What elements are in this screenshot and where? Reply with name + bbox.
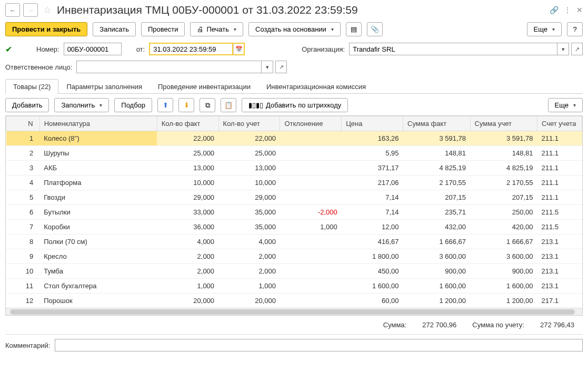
col-qty-acc[interactable]: Кол-во учет bbox=[218, 116, 280, 131]
cell-nomenclature[interactable]: АКБ bbox=[39, 161, 157, 175]
responsible-dropdown-button[interactable]: ▾ bbox=[262, 61, 273, 73]
table-row[interactable]: 6Бутылки33,00035,000-2,0007,14235,71250,… bbox=[6, 205, 582, 220]
cell-price[interactable]: 5,95 bbox=[342, 146, 403, 161]
cell-sum-fact[interactable]: 1 600,00 bbox=[403, 279, 470, 294]
cell-account[interactable]: 211.5 bbox=[537, 220, 582, 235]
cell-qty-acc[interactable]: 29,000 bbox=[218, 190, 280, 205]
cell-deviation[interactable] bbox=[280, 175, 342, 190]
cell-sum-acc[interactable]: 3 600,00 bbox=[470, 249, 537, 264]
cell-price[interactable]: 1 600,00 bbox=[342, 279, 403, 294]
cell-sum-acc[interactable]: 1 666,67 bbox=[470, 235, 537, 249]
pick-button[interactable]: Подбор bbox=[114, 98, 152, 112]
table-row[interactable]: 9Кресло2,0002,0001 800,003 600,003 600,0… bbox=[6, 249, 582, 264]
cell-deviation[interactable] bbox=[280, 264, 342, 279]
cell-deviation[interactable] bbox=[280, 294, 342, 308]
cell-deviation[interactable]: 1,000 bbox=[280, 220, 342, 235]
cell-sum-fact[interactable]: 900,00 bbox=[403, 264, 470, 279]
table-row[interactable]: 2Шурупы25,00025,0005,95148,81148,81211.1 bbox=[6, 146, 582, 161]
cell-n[interactable]: 7 bbox=[6, 220, 40, 235]
cell-n[interactable]: 12 bbox=[6, 294, 40, 308]
post-and-close-button[interactable]: Провести и закрыть bbox=[5, 22, 87, 36]
cell-account[interactable]: 211.1 bbox=[537, 190, 582, 205]
table-row[interactable]: 5Гвозди29,00029,0007,14207,15207,15211.1 bbox=[6, 190, 582, 205]
cell-qty-acc[interactable]: 2,000 bbox=[218, 264, 280, 279]
cell-sum-acc[interactable]: 900,00 bbox=[470, 264, 537, 279]
cell-n[interactable]: 8 bbox=[6, 235, 40, 249]
attach-button[interactable]: 📎 bbox=[367, 22, 383, 36]
cell-qty-fact[interactable]: 33,000 bbox=[157, 205, 218, 220]
cell-deviation[interactable] bbox=[280, 249, 342, 264]
col-price[interactable]: Цена bbox=[342, 116, 403, 131]
cell-account[interactable]: 211.1 bbox=[537, 175, 582, 190]
cell-qty-fact[interactable]: 22,000 bbox=[157, 131, 218, 146]
cell-qty-acc[interactable]: 20,000 bbox=[218, 294, 280, 308]
cell-price[interactable]: 7,14 bbox=[342, 190, 403, 205]
favorite-star-icon[interactable]: ☆ bbox=[43, 4, 52, 16]
col-account[interactable]: Счет учета bbox=[537, 116, 582, 131]
cell-qty-acc[interactable]: 35,000 bbox=[218, 205, 280, 220]
move-down-button[interactable]: ⬇ bbox=[178, 98, 194, 112]
cell-sum-fact[interactable]: 2 170,55 bbox=[403, 175, 470, 190]
cell-price[interactable]: 60,00 bbox=[342, 294, 403, 308]
table-row[interactable]: 8Полки (70 см)4,0004,000416,671 666,671 … bbox=[6, 235, 582, 249]
cell-account[interactable]: 217.1 bbox=[537, 294, 582, 308]
cell-deviation[interactable] bbox=[280, 131, 342, 146]
cell-sum-acc[interactable]: 420,00 bbox=[470, 220, 537, 235]
add-row-button[interactable]: Добавить bbox=[5, 98, 49, 112]
cell-qty-fact[interactable]: 2,000 bbox=[157, 249, 218, 264]
cell-n[interactable]: 5 bbox=[6, 190, 40, 205]
paste-button[interactable]: 📋 bbox=[221, 98, 236, 112]
cell-account[interactable]: 211.1 bbox=[537, 146, 582, 161]
table-row[interactable]: 7Коробки36,00035,0001,00012,00432,00420,… bbox=[6, 220, 582, 235]
cell-nomenclature[interactable]: Кресло bbox=[39, 249, 157, 264]
org-dropdown-button[interactable]: ▾ bbox=[557, 43, 569, 55]
table-more-button[interactable]: Еще bbox=[548, 98, 583, 112]
cell-qty-fact[interactable]: 10,000 bbox=[157, 175, 218, 190]
cell-sum-fact[interactable]: 148,81 bbox=[403, 146, 470, 161]
cell-account[interactable]: 211.5 bbox=[537, 205, 582, 220]
cell-qty-fact[interactable]: 1,000 bbox=[157, 279, 218, 294]
cell-sum-fact[interactable]: 432,00 bbox=[403, 220, 470, 235]
tab-fill-params[interactable]: Параметры заполнения bbox=[58, 79, 150, 94]
fill-button[interactable]: Заполнить bbox=[54, 98, 109, 112]
cell-n[interactable]: 10 bbox=[6, 264, 40, 279]
cell-sum-fact[interactable]: 207,15 bbox=[403, 190, 470, 205]
table-row[interactable]: 1Колесо (8'')22,00022,000163,263 591,783… bbox=[6, 131, 582, 146]
move-up-button[interactable]: ⬆ bbox=[157, 98, 173, 112]
post-button[interactable]: Провести bbox=[141, 22, 185, 36]
org-input[interactable] bbox=[349, 43, 557, 55]
cell-nomenclature[interactable]: Платформа bbox=[39, 175, 157, 190]
table-row[interactable]: 4Платформа10,00010,000217,062 170,552 17… bbox=[6, 175, 582, 190]
scrollbar-thumb[interactable] bbox=[10, 309, 575, 315]
cell-sum-fact[interactable]: 3 591,78 bbox=[403, 131, 470, 146]
cell-sum-fact[interactable]: 235,71 bbox=[403, 205, 470, 220]
tab-commission[interactable]: Инвентаризационная комиссия bbox=[258, 79, 374, 94]
cell-sum-fact[interactable]: 3 600,00 bbox=[403, 249, 470, 264]
report-icon-button[interactable]: ▤ bbox=[346, 22, 362, 36]
responsible-input[interactable] bbox=[76, 61, 262, 73]
cell-n[interactable]: 1 bbox=[6, 131, 40, 146]
col-n[interactable]: N bbox=[6, 116, 40, 131]
nav-forward-button[interactable]: → bbox=[23, 3, 38, 17]
cell-qty-acc[interactable]: 35,000 bbox=[218, 220, 280, 235]
cell-price[interactable]: 1 800,00 bbox=[342, 249, 403, 264]
cell-account[interactable]: 213.1 bbox=[537, 249, 582, 264]
cell-nomenclature[interactable]: Колесо (8'') bbox=[39, 131, 157, 146]
cell-n[interactable]: 6 bbox=[6, 205, 40, 220]
cell-account[interactable]: 213.1 bbox=[537, 264, 582, 279]
cell-n[interactable]: 2 bbox=[6, 146, 40, 161]
cell-deviation[interactable] bbox=[280, 161, 342, 175]
nav-back-button[interactable]: ← bbox=[5, 3, 20, 17]
number-input[interactable] bbox=[64, 43, 122, 55]
cell-nomenclature[interactable]: Порошок bbox=[39, 294, 157, 308]
cell-n[interactable]: 9 bbox=[6, 249, 40, 264]
col-sum-fact[interactable]: Сумма факт bbox=[403, 116, 470, 131]
print-button[interactable]: 🖨 Печать bbox=[190, 22, 243, 36]
cell-deviation[interactable]: -2,000 bbox=[280, 205, 342, 220]
table-row[interactable]: 3АКБ13,00013,000371,174 825,194 825,1921… bbox=[6, 161, 582, 175]
cell-sum-fact[interactable]: 1 200,00 bbox=[403, 294, 470, 308]
cell-sum-acc[interactable]: 4 825,19 bbox=[470, 161, 537, 175]
create-based-on-button[interactable]: Создать на основании bbox=[248, 22, 341, 36]
cell-n[interactable]: 4 bbox=[6, 175, 40, 190]
cell-qty-acc[interactable]: 10,000 bbox=[218, 175, 280, 190]
